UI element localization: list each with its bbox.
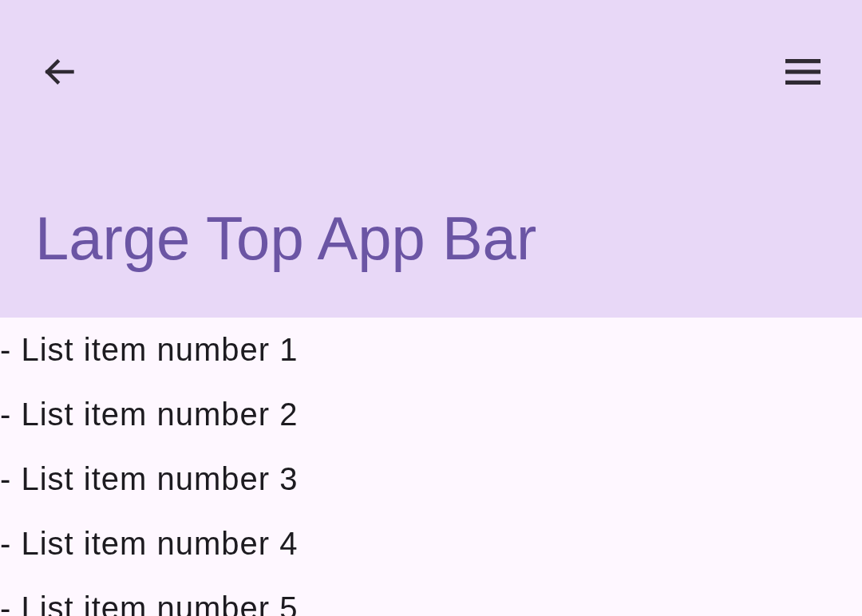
list-item: - List item number 2 [0, 382, 862, 447]
back-button[interactable] [40, 53, 78, 91]
content-list: - List item number 1 - List item number … [0, 318, 862, 616]
arrow-back-icon [42, 54, 77, 89]
list-item: - List item number 4 [0, 511, 862, 576]
svg-rect-2 [785, 69, 820, 73]
list-item: - List item number 3 [0, 447, 862, 511]
menu-icon [784, 53, 822, 91]
svg-rect-3 [785, 81, 820, 85]
large-top-app-bar: Large Top App Bar [0, 0, 862, 318]
svg-rect-1 [785, 59, 820, 63]
app-bar-actions-row [0, 0, 862, 96]
list-item: - List item number 5 [0, 576, 862, 616]
list-item: - List item number 1 [0, 318, 862, 382]
app-bar-title: Large Top App Bar [35, 203, 536, 273]
menu-button[interactable] [784, 53, 822, 91]
